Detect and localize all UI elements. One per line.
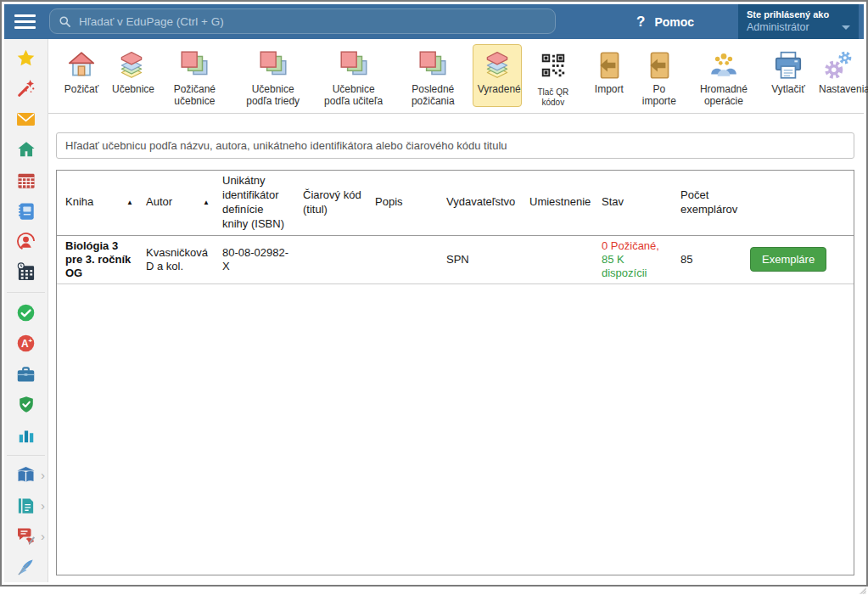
sidebar-item-check[interactable] [4,297,48,328]
sidebar: A+››› [4,39,48,582]
toolbar-item-po-importe[interactable]: Po importe [635,44,684,112]
sidebar-item-chat[interactable]: › [4,521,48,552]
toolbar-item-posledne-pozicania[interactable]: Posledné požičania [395,44,472,112]
toolbar-item-label: Po importe [640,84,679,108]
toolbar-item-ucebnice[interactable]: Učebnice [107,44,156,107]
book-icon [15,466,36,485]
toolbar-item-label: Nastavenia [819,84,858,96]
toolbar-item-label: Požičať [62,84,101,96]
sidebar-item-grid[interactable] [4,166,48,196]
col-header-kniha[interactable]: Kniha ▲ [57,171,137,235]
sidebar-item-user[interactable] [4,227,48,257]
help-label: Pomoc [654,15,694,29]
sidebar-item-wand[interactable] [4,73,48,104]
sidebar-item-star[interactable] [4,42,48,73]
account-menu[interactable]: Ste prihlásený ako Administrátor [738,4,859,39]
star-icon [16,48,36,68]
col-header-vydavatelstvo[interactable]: Vydavateľstvo [438,171,521,235]
chat-icon [16,527,36,546]
app-chrome: Hľadať v EduPage (Ctrl + G) ? Pomoc Ste … [0,0,868,587]
logged-in-as-label: Ste prihlásený ako [747,9,850,20]
hamburger-menu-button[interactable] [14,14,36,32]
svg-text:+: + [28,337,32,345]
wand-icon [17,79,36,98]
grid-icon [17,172,36,189]
toolbar-item-tlac-qr-kodov[interactable]: Tlač QR kódov [523,44,584,111]
briefcase-icon [16,365,36,383]
toolbar-item-pozicane-ucebnice[interactable]: Požičané učebnice [157,44,232,112]
book-search-input[interactable] [56,132,854,159]
import-icon [640,48,679,82]
account-role: Administrátor [747,21,809,33]
home-icon [17,140,36,159]
sidebar-item-book[interactable]: › [4,460,48,491]
toolbar-item-import[interactable]: Import [585,44,634,107]
col-header-actions [742,171,854,235]
toolbar-item-label: Tlač QR kódov [528,87,579,107]
table-row[interactable]: Biológia 3 pre 3. ročník OG Kvasničková … [57,235,854,284]
status-available: 85 K dispozícii [602,253,667,281]
toolbar-item-label: Učebnice podľa učiteľa [319,84,389,108]
toolbar-item-nastavenia[interactable]: Nastavenia [814,44,863,107]
resize-grip-icon[interactable] [859,587,866,594]
cell-actions: Exempláre [742,235,854,284]
sidebar-item-docs[interactable]: › [4,491,48,521]
sidebar-item-quill[interactable] [4,552,48,582]
cell-isbn: 80-08-02982-X [214,235,294,284]
status-borrowed: 0 Požičané, [602,239,667,253]
gears-icon [819,48,858,82]
toolbar: PožičaťUčebnicePožičané učebniceUčebnice… [48,39,864,114]
col-header-stav[interactable]: Stav [593,171,672,235]
sidebar-item-envelope[interactable] [4,104,48,134]
cell-pocet: 85 [672,235,742,284]
chevron-right-icon: › [41,499,45,512]
squares-icon [238,48,308,82]
global-search-input[interactable]: Hľadať v EduPage (Ctrl + G) [49,8,556,34]
sidebar-item-briefcase[interactable] [4,358,48,389]
cell-kniha: Biológia 3 pre 3. ročník OG [57,235,137,284]
exemplare-button[interactable]: Exempláre [750,247,826,272]
sidebar-item-chart[interactable] [4,420,48,451]
sidebar-divider [7,292,45,293]
printer-icon [769,48,808,82]
import-icon [590,48,629,82]
toolbar-item-ucebnice-podla-triedy[interactable]: Učebnice podľa triedy [233,44,313,112]
col-header-isbn[interactable]: Unikátny identifikátor definície knihy (… [214,171,294,235]
check-icon [16,303,36,323]
cell-vydavatelstvo: SPN [438,235,521,284]
books-table: Kniha ▲ Autor ▲ Unikátny identifikátor d… [56,170,854,575]
col-header-umiestnenie[interactable]: Umiestnenie [521,171,593,235]
col-header-autor[interactable]: Autor ▲ [137,171,214,235]
sidebar-item-notebook[interactable] [4,196,48,227]
qr-icon [528,48,579,82]
calendar-icon [16,262,36,282]
col-header-popis[interactable]: Popis [367,171,438,235]
user-icon [16,232,36,251]
toolbar-item-ucebnice-podla-ucitela[interactable]: Učebnice podľa učiteľa [314,44,394,112]
chevron-right-icon: › [41,530,45,542]
help-button[interactable]: ? Pomoc [636,4,694,39]
aplus-icon: A+ [16,334,36,353]
toolbar-item-hromadne-operacie[interactable]: Hromadné operácie [685,44,763,112]
cell-ciarovy-kod [294,235,367,284]
cell-umiestnenie [521,235,593,284]
notebook-icon [17,202,36,221]
sort-asc-icon: ▲ [203,199,210,207]
col-header-ciarovy-kod[interactable]: Čiarový kód (titul) [294,171,367,235]
sidebar-item-calendar[interactable] [4,257,48,288]
toolbar-item-pozicat[interactable]: Požičať [57,44,106,107]
toolbar-item-label: Posledné požičania [400,84,467,108]
toolbar-item-vyradene[interactable]: Vyradené [473,44,522,107]
chart-icon [17,426,36,445]
col-header-pocet-exemplarov[interactable]: Počet exemplárov [672,171,742,235]
global-search-placeholder: Hľadať v EduPage (Ctrl + G) [79,15,224,28]
toolbar-item-vytlacit[interactable]: Vytlačiť [764,44,813,107]
sidebar-item-aplus[interactable]: A+ [4,328,48,358]
window-frame: Hľadať v EduPage (Ctrl + G) ? Pomoc Ste … [0,0,868,595]
house-icon [62,48,101,82]
squares-icon [319,48,389,82]
sidebar-item-shield[interactable] [4,389,48,419]
chevron-right-icon: › [41,469,45,481]
toolbar-item-label: Vytlačiť [769,84,808,96]
sidebar-item-home[interactable] [4,134,48,165]
